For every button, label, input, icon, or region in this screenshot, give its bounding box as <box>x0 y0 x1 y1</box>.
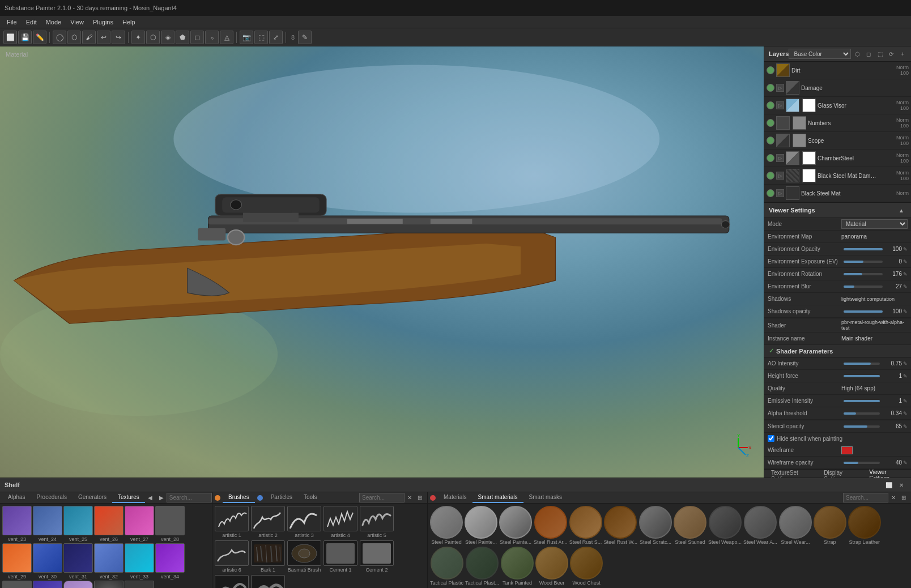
toolbar-btn16[interactable]: 📷 <box>240 31 253 44</box>
toolbar-btn13[interactable]: ◻ <box>190 31 204 44</box>
env-opacity-slider[interactable] <box>844 248 883 250</box>
height-force-edit[interactable]: ✎ <box>903 373 908 379</box>
sm-wood-beer[interactable]: Wood Beer <box>535 547 568 586</box>
wireframe-opacity-edit[interactable]: ✎ <box>903 460 908 466</box>
vent-item-37[interactable]: vent_37 <box>33 581 62 588</box>
env-rotation-edit[interactable]: ✎ <box>903 271 908 277</box>
shader-params-check[interactable]: ✓ <box>769 347 774 355</box>
ao-intensity-edit[interactable]: ✎ <box>903 361 908 367</box>
layer-vis-damage[interactable] <box>767 84 774 92</box>
toolbar-btn14[interactable]: ⬦ <box>205 31 219 44</box>
shadows-opacity-slider[interactable] <box>844 310 883 313</box>
toolbar-btn6[interactable]: 🖌 <box>82 31 96 44</box>
sm-steel-stained[interactable]: Steel Stained <box>674 506 706 545</box>
sm-steel-rust-s[interactable]: Steel Rust S... <box>569 506 602 545</box>
brush-item-chalk2[interactable]: Chalk 2 <box>251 575 285 588</box>
tab-procedurals[interactable]: Procedurals <box>31 492 73 503</box>
wireframe-opacity-slider[interactable] <box>844 462 880 464</box>
env-rotation-slider[interactable] <box>844 273 883 275</box>
brush-item-artistic2[interactable]: artistic 2 <box>251 506 285 538</box>
brush-item-cement1[interactable]: Cement 1 <box>323 540 357 573</box>
viewport[interactable]: Material <box>0 46 764 478</box>
brush-item-artistic3[interactable]: artistic 3 <box>287 506 321 538</box>
tab-brushes[interactable]: Brushes <box>223 492 255 503</box>
emissive-slider[interactable] <box>844 400 880 402</box>
toolbar-btn8[interactable]: ↪ <box>112 31 125 44</box>
layer-blacksteel-dmg[interactable]: ▷ Black Steel Mat Damaged Norm 100 <box>764 167 911 185</box>
layer-icon-expand[interactable]: ▷ <box>776 84 784 92</box>
brush-item-artistic4[interactable]: artistic 4 <box>323 506 357 538</box>
toolbar-btn7[interactable]: ↩ <box>97 31 110 44</box>
sm-steel-wear-a[interactable]: Steel Wear A... <box>743 506 777 545</box>
wireframe-color-swatch[interactable] <box>841 446 853 454</box>
vent-item-26[interactable]: vent_26 <box>94 506 124 542</box>
brushes-search[interactable] <box>359 493 405 502</box>
textures-search[interactable] <box>167 493 212 502</box>
layer-dirt[interactable]: Dirt Norm 100 <box>764 62 911 79</box>
vent-item-23[interactable]: vent_23 <box>2 506 32 542</box>
shadows-opacity-edit[interactable]: ✎ <box>903 309 908 314</box>
layer-icon-expand-glass[interactable]: ▷ <box>776 101 784 109</box>
vent-item-29[interactable]: vent_29 <box>2 543 32 580</box>
sm-steel-scratch[interactable]: Steel Scratc... <box>639 506 672 545</box>
emissive-edit[interactable]: ✎ <box>903 398 908 404</box>
sm-tank-painted[interactable]: Tank Painted <box>501 547 534 586</box>
menu-view[interactable]: View <box>66 16 88 28</box>
layer-vis-blacksteel-dmg[interactable] <box>767 172 774 180</box>
height-force-slider[interactable] <box>844 375 880 377</box>
viewer-settings-collapse[interactable]: ▲ <box>896 205 906 215</box>
layer-vis-dirt[interactable] <box>767 66 774 74</box>
mode-select[interactable]: Material <box>841 219 908 229</box>
nav-next[interactable]: ▶ <box>156 493 167 503</box>
vent-item-31[interactable]: vent_31 <box>63 543 93 580</box>
brush-item-artistic6[interactable]: artistic 6 <box>215 540 249 573</box>
toolbar-btn11[interactable]: ◈ <box>161 31 174 44</box>
sm-steel-painted2[interactable]: Steel Painte... <box>465 506 497 545</box>
tab-generators[interactable]: Generators <box>73 492 112 503</box>
layer-icon-expand-bs[interactable]: ▷ <box>776 189 784 197</box>
sm-wood-chest[interactable]: Wood Chest <box>570 547 603 586</box>
menu-plugins[interactable]: Plugins <box>88 16 118 28</box>
sm-steel-rust-ar[interactable]: Steel Rust Ar... <box>534 506 568 545</box>
tab-textures[interactable]: Textures <box>112 492 145 503</box>
smart-materials-search[interactable] <box>843 493 888 502</box>
layer-vis-numbers[interactable] <box>767 119 774 127</box>
sm-tactical-plastic[interactable]: Tactical Plastic <box>430 547 463 586</box>
brush-item-chalk1[interactable]: Chalk 1 <box>215 575 249 588</box>
display-tab[interactable]: Display Settings <box>821 470 862 478</box>
vent-item-32[interactable]: vent_32 <box>94 543 124 580</box>
vent-item-34[interactable]: vent_34 <box>155 543 185 580</box>
layer-vis-blacksteel[interactable] <box>767 189 774 197</box>
hide-stencil-checkbox[interactable] <box>768 435 774 442</box>
toolbar-btn12[interactable]: ⬟ <box>176 31 189 44</box>
layer-numbers[interactable]: Numbers Norm 100 <box>764 114 911 132</box>
toolbar-new[interactable]: ⬜ <box>3 31 17 44</box>
nav-prev[interactable]: ◀ <box>145 493 155 503</box>
toolbar-btn10[interactable]: ⬡ <box>146 31 160 44</box>
menu-mode[interactable]: Mode <box>41 16 66 28</box>
vent-item-35[interactable]: vent_35 <box>2 581 32 588</box>
tab-smart-materials[interactable]: Smart materials <box>472 492 523 503</box>
layer-damage[interactable]: ▷ Damage <box>764 79 911 97</box>
layer-vis-glass[interactable] <box>767 101 774 109</box>
brush-item-artistic5[interactable]: artistic 5 <box>360 506 394 538</box>
vent-item-39[interactable]: vent_39 <box>94 581 124 588</box>
shelf-expand[interactable]: ⬜ <box>884 480 894 490</box>
sm-tactical-plast2[interactable]: Tactical Plast... <box>465 547 499 586</box>
layers-icon1[interactable]: ⬡ <box>852 49 862 59</box>
toolbar-btn18[interactable]: ⤢ <box>269 31 283 44</box>
viewer-tab[interactable]: Viewer Settings <box>867 469 906 478</box>
sm-steel-rust-w[interactable]: Steel Rust W... <box>604 506 638 545</box>
layer-chamber[interactable]: ▷ ChamberSteel Norm 100 <box>764 150 911 167</box>
layers-icon2[interactable]: ◻ <box>863 49 874 59</box>
vent-item-38[interactable]: vent_38 <box>63 581 93 588</box>
layer-icon-expand-chamber[interactable]: ▷ <box>776 154 784 162</box>
sm-steel-painted3[interactable]: Steel Painte... <box>499 506 532 545</box>
layer-vis-chamber[interactable] <box>767 154 774 162</box>
env-exposure-slider[interactable] <box>844 261 883 263</box>
brushes-search-clear[interactable]: ✕ <box>405 493 415 503</box>
layer-vis-scope[interactable] <box>767 137 774 144</box>
alpha-threshold-edit[interactable]: ✎ <box>903 411 908 416</box>
env-opacity-edit[interactable]: ✎ <box>903 246 908 252</box>
layers-icon5[interactable]: + <box>897 49 908 59</box>
